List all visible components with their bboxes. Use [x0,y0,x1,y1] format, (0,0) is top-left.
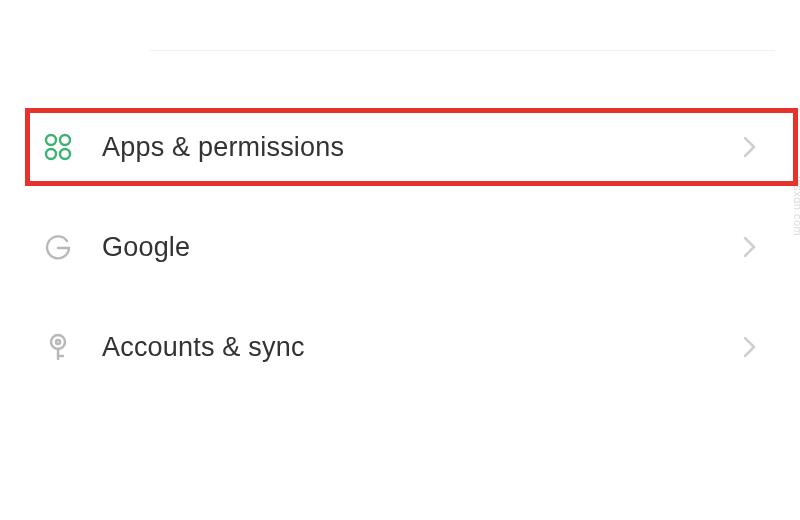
settings-item-apps-permissions[interactable]: Apps & permissions [0,108,800,186]
settings-list: Apps & permissions Google [0,108,800,386]
key-icon [42,331,74,363]
settings-item-accounts-sync[interactable]: Accounts & sync [0,308,800,386]
chevron-right-icon [740,137,760,157]
watermark-text: wsxdn.com [792,177,800,237]
chevron-right-icon [740,237,760,257]
svg-point-0 [46,135,56,145]
settings-item-google[interactable]: Google [0,208,800,286]
svg-point-1 [60,135,70,145]
settings-item-label: Accounts & sync [102,332,740,363]
svg-point-5 [56,340,60,344]
apps-grid-icon [42,131,74,163]
chevron-right-icon [740,337,760,357]
svg-point-4 [51,335,65,349]
settings-item-label: Apps & permissions [102,132,740,163]
svg-point-2 [46,149,56,159]
settings-item-label: Google [102,232,740,263]
divider [150,50,775,51]
svg-point-3 [60,149,70,159]
google-g-icon [42,231,74,263]
